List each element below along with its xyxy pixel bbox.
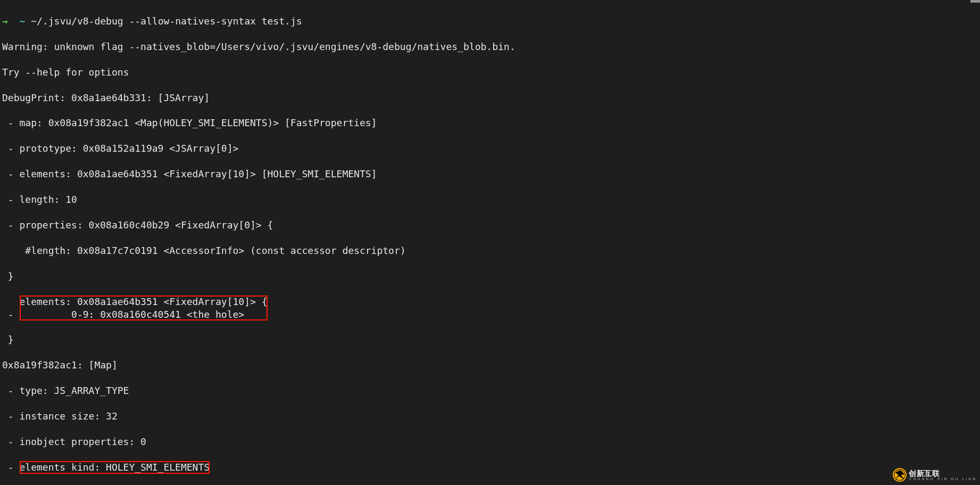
output-line: - elements: 0x08a1ae64b351 <FixedArray[1… xyxy=(2,295,978,321)
watermark-subtitle: CHUANG XIN HU LIAN xyxy=(909,477,977,481)
output-line: 0x8a19f382ac1: [Map] xyxy=(2,359,978,372)
output-line: - type: JS_ARRAY_TYPE xyxy=(2,384,978,397)
output-line: DebugPrint: 0x8a1ae64b331: [JSArray] xyxy=(2,92,978,104)
prompt-arrow-icon: → xyxy=(2,15,8,27)
line-prefix: - xyxy=(2,462,20,473)
output-line: - length: 10 xyxy=(2,193,978,206)
output-line: - elements kind: HOLEY_SMI_ELEMENTS xyxy=(2,461,978,474)
prompt-line: → ~ ~/.jsvu/v8-debug --allow-natives-syn… xyxy=(2,15,978,28)
output-line: - instance size: 32 xyxy=(2,410,978,423)
output-line: - inobject properties: 0 xyxy=(2,435,978,448)
cx-logo-icon xyxy=(893,468,907,482)
output-line: } xyxy=(2,270,978,283)
output-line: - properties: 0x08a160c40b29 <FixedArray… xyxy=(2,219,978,232)
prompt-cwd: ~ xyxy=(20,15,26,27)
watermark: 创新互联 CHUANG XIN HU LIAN xyxy=(893,468,977,482)
output-line: } xyxy=(2,333,978,346)
terminal-output: → ~ ~/.jsvu/v8-debug --allow-natives-syn… xyxy=(0,0,980,485)
highlight-elements-hole: elements: 0x08a1ae64b351 <FixedArray[10]… xyxy=(20,295,268,321)
output-line: Warning: unknown flag --natives_blob=/Us… xyxy=(2,40,978,53)
scrollbar-thumb[interactable] xyxy=(970,0,980,3)
line-prefix: - xyxy=(2,309,20,320)
output-line: Try --help for options xyxy=(2,66,978,79)
highlight-elements-kind: elements kind: HOLEY_SMI_ELEMENTS xyxy=(20,461,210,474)
output-line: - map: 0x08a19f382ac1 <Map(HOLEY_SMI_ELE… xyxy=(2,117,978,129)
output-line: - prototype: 0x08a152a119a9 <JSArray[0]> xyxy=(2,142,978,155)
output-line: #length: 0x08a17c7c0191 <AccessorInfo> (… xyxy=(2,244,978,257)
watermark-title: 创新互联 xyxy=(909,469,940,478)
output-line: - elements: 0x08a1ae64b351 <FixedArray[1… xyxy=(2,168,978,180)
watermark-text: 创新互联 CHUANG XIN HU LIAN xyxy=(909,470,977,481)
command-text: ~/.jsvu/v8-debug --allow-natives-syntax … xyxy=(31,15,302,27)
